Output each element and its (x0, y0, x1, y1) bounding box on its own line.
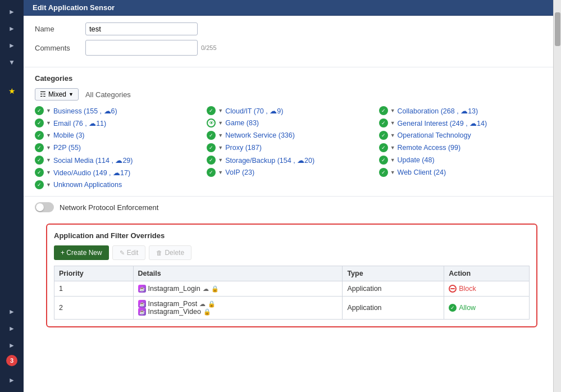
name-input[interactable] (85, 22, 198, 35)
col-details: Details (133, 266, 343, 281)
check-icon: ✓ (379, 131, 388, 140)
col-priority: Priority (54, 266, 134, 281)
cloud-icon: ☁ (199, 300, 206, 308)
cat-dropdown-arrow[interactable]: ▼ (390, 157, 395, 163)
sidebar-arrow-7[interactable]: ► (6, 338, 17, 353)
scrollbar[interactable] (553, 0, 561, 392)
cat-collaboration-link[interactable]: Collaboration (268 , ☁13) (398, 107, 478, 115)
cat-update-link[interactable]: Update (48) (398, 156, 435, 164)
cat-dropdown-arrow[interactable]: ▼ (46, 120, 51, 126)
check-icon: ✓ (379, 168, 388, 177)
cat-email-link[interactable]: Email (76 , ☁11) (53, 119, 106, 127)
sidebar-arrow-6[interactable]: ► (6, 321, 17, 336)
check-icon: ✓ (35, 168, 44, 177)
cat-dropdown-arrow[interactable]: ▼ (390, 108, 395, 113)
table-row[interactable]: 1 ☕ Instagram_Login ☁ 🔒 Application (54, 281, 530, 297)
cat-optech-link[interactable]: Operational Technology (398, 131, 471, 139)
cat-proxy-link[interactable]: Proxy (187) (225, 144, 262, 152)
cat-video: ✓ ▼ Video/Audio (149 , ☁17) (35, 168, 198, 177)
cat-storage: ✓ ▼ Storage/Backup (154 , ☁20) (207, 156, 370, 165)
edit-button[interactable]: ✎ Edit (112, 245, 146, 260)
cat-dropdown-arrow[interactable]: ▼ (218, 145, 223, 151)
sidebar-arrow-1[interactable]: ► (0, 4, 24, 19)
sidebar-arrow-8[interactable]: ► (6, 373, 17, 388)
cat-collaboration: ✓ ▼ Collaboration (268 , ☁13) (379, 106, 542, 115)
cat-dropdown-arrow[interactable]: ▼ (46, 182, 51, 188)
eye-icon: 👁 (207, 118, 216, 127)
cat-remote: ✓ ▼ Remote Access (99) (379, 143, 542, 152)
cat-dropdown-arrow[interactable]: ▼ (218, 120, 223, 126)
cat-dropdown-arrow[interactable]: ▼ (218, 133, 223, 138)
cat-general-link[interactable]: General Interest (249 , ☁14) (398, 119, 487, 127)
instagram-icon: ☕ (138, 285, 146, 293)
cat-unknown: ✓ ▼ Unknown Applications (35, 180, 198, 189)
mixed-button[interactable]: ☶ Mixed ▼ (35, 88, 79, 101)
cat-voip-link[interactable]: VoIP (23) (225, 168, 254, 176)
sidebar-number-badge: 3 (6, 355, 17, 366)
table-row[interactable]: 2 ☕ Instagram_Post ☁ 🔒 ☕ (54, 297, 530, 320)
cat-storage-link[interactable]: Storage/Backup (154 , ☁20) (225, 156, 314, 165)
detail-item: ☕ Instagram_Post ☁ 🔒 (138, 300, 338, 308)
cat-social-link[interactable]: Social Media (114 , ☁29) (53, 156, 133, 165)
cat-dropdown-arrow[interactable]: ▼ (218, 170, 223, 175)
cat-dropdown-arrow[interactable]: ▼ (46, 133, 51, 138)
cat-network-link[interactable]: Network Service (336) (225, 131, 295, 139)
lock-icon: 🔒 (211, 285, 219, 293)
cat-social: ✓ ▼ Social Media (114 , ☁29) (35, 156, 198, 165)
scrollbar-thumb[interactable] (555, 12, 560, 46)
cat-proxy: ✓ ▼ Proxy (187) (207, 143, 370, 152)
cat-dropdown-arrow[interactable]: ▼ (218, 157, 223, 163)
detail-item: ☕ Instagram_Login ☁ 🔒 (138, 285, 338, 293)
cat-mobile-link[interactable]: Mobile (3) (53, 131, 85, 139)
check-icon: ✓ (207, 168, 216, 177)
cat-dropdown-arrow[interactable]: ▼ (46, 157, 51, 163)
cat-dropdown-arrow[interactable]: ▼ (390, 133, 395, 138)
allow-icon: ✓ (449, 304, 457, 312)
delete-button[interactable]: 🗑 Delete (149, 245, 191, 260)
action-cell: ✓ Allow (444, 297, 530, 320)
npe-toggle[interactable] (35, 202, 54, 212)
cat-webclient-link[interactable]: Web Client (24) (398, 168, 446, 176)
cat-dropdown-arrow[interactable]: ▼ (390, 170, 395, 175)
sidebar-arrow-3[interactable]: ► (0, 38, 24, 53)
delete-label: Delete (165, 249, 184, 257)
cat-dropdown-arrow[interactable]: ▼ (218, 108, 223, 113)
check-icon: ✓ (35, 143, 44, 152)
type-cell: Application (343, 297, 444, 320)
action-label: Allow (459, 304, 476, 312)
check-icon: ✓ (35, 106, 44, 115)
cat-webclient: ✓ ▼ Web Client (24) (379, 168, 542, 177)
cat-p2p-link[interactable]: P2P (55) (53, 144, 81, 152)
check-icon: ✓ (379, 156, 388, 165)
cat-cloudit-link[interactable]: Cloud/IT (70 , ☁9) (225, 107, 283, 115)
all-categories-label: All Categories (85, 90, 131, 99)
cat-general: ✓ ▼ General Interest (249 , ☁14) (379, 118, 542, 127)
cat-dropdown-arrow[interactable]: ▼ (46, 108, 51, 113)
comments-textarea[interactable] (85, 40, 198, 56)
npe-section: Network Protocol Enforcement (24, 196, 553, 218)
cat-dropdown-arrow[interactable]: ▼ (46, 145, 51, 151)
sidebar-arrow-2[interactable]: ► (0, 21, 24, 36)
cat-game-link[interactable]: Game (83) (225, 119, 259, 127)
cat-optech: ✓ ▼ Operational Technology (379, 131, 542, 140)
cat-dropdown-arrow[interactable]: ▼ (46, 170, 51, 175)
sidebar-star[interactable]: ★ (0, 83, 24, 99)
cat-dropdown-arrow[interactable]: ▼ (390, 120, 395, 126)
action-label: Block (459, 285, 476, 293)
name-label: Name (35, 25, 85, 33)
check-icon: ✓ (35, 131, 44, 140)
toolbar: + Create New ✎ Edit 🗑 Delete (54, 245, 530, 260)
cat-video-link[interactable]: Video/Audio (149 , ☁17) (53, 168, 130, 177)
cat-business-link[interactable]: Business (155 , ☁6) (53, 107, 117, 115)
cat-unknown-link[interactable]: Unknown Applications (53, 181, 122, 189)
layers-icon: ☶ (40, 90, 46, 98)
create-new-button[interactable]: + Create New (54, 245, 109, 260)
sidebar-arrow-4[interactable]: ▼ (0, 55, 24, 70)
cat-remote-link[interactable]: Remote Access (99) (398, 144, 461, 152)
edit-icon: ✎ (120, 249, 125, 257)
details-cell: ☕ Instagram_Login ☁ 🔒 (133, 281, 343, 297)
page-title: Edit Application Sensor (33, 3, 115, 12)
sidebar-arrow-5[interactable]: ► (6, 304, 17, 319)
cat-dropdown-arrow[interactable]: ▼ (390, 145, 395, 151)
overrides-section: Application and Filter Overrides + Creat… (46, 224, 537, 327)
